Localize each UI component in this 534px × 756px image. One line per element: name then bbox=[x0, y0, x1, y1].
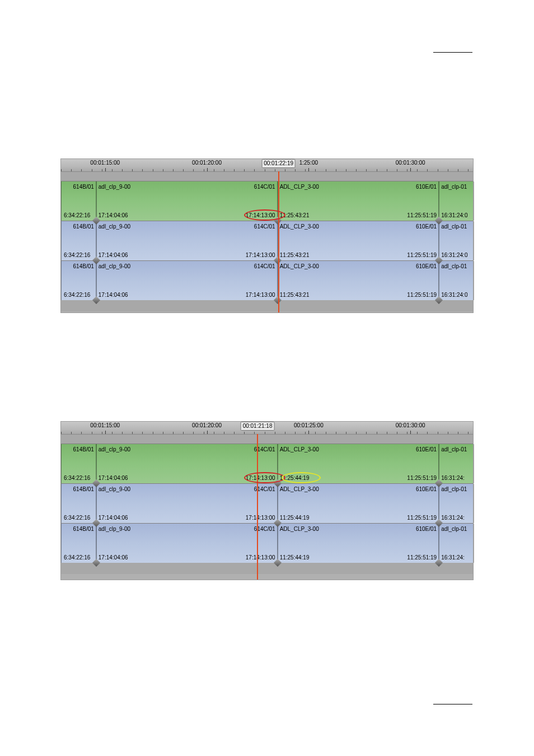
clip-in-timecode: 11:25:44:19 bbox=[280, 475, 310, 481]
playhead-line[interactable] bbox=[257, 434, 258, 580]
timeline-clip[interactable]: 614B/016:34:22:16 bbox=[61, 261, 97, 300]
clip-in-timecode: 17:14:04:06 bbox=[99, 212, 128, 218]
clip-source-id: 610E/01 bbox=[416, 223, 437, 230]
timeline-clip[interactable]: adl_clp_9-00614C/0117:14:04:0617:14:13:0… bbox=[96, 524, 278, 563]
timeline-track[interactable]: 614B/016:34:22:16adl_clp_9-00614C/0117:1… bbox=[61, 444, 473, 483]
ruler-ticks bbox=[61, 431, 473, 434]
timeline-clip[interactable]: ADL_CLP_3-00610E/0111:25:43:2111:25:51:1… bbox=[277, 181, 440, 221]
timeline-clip[interactable]: adl_clp-0116:31:24:0 bbox=[438, 181, 474, 221]
clip-source-id: 614B/01 bbox=[73, 223, 94, 230]
ruler-tick-label: 00:01:25:00 bbox=[294, 422, 324, 428]
timeline-panel[interactable]: 00:01:15:0000:01:20:001:25:0000:01:30:00… bbox=[60, 158, 474, 313]
clip-name: adl_clp_9-00 bbox=[99, 223, 130, 230]
clip-in-timecode: 11:25:43:21 bbox=[280, 252, 310, 258]
timeline-clip[interactable]: adl_clp-0116:31:24: bbox=[438, 484, 474, 523]
timeline-clip[interactable]: 614B/016:34:22:16 bbox=[61, 524, 97, 563]
clip-in-timecode: 16:31:24:0 bbox=[441, 292, 467, 298]
ruler-tick-label: 1:25:00 bbox=[299, 160, 318, 166]
clip-name: adl_clp_9-00 bbox=[99, 526, 130, 532]
clip-in-timecode: 6:34:22:16 bbox=[64, 292, 90, 298]
clip-in-timecode: 11:25:44:19 bbox=[280, 554, 310, 561]
timeline-track[interactable]: 614B/016:34:22:16adl_clp_9-00614C/0117:1… bbox=[61, 221, 473, 260]
clip-name: adl_clp-01 bbox=[441, 223, 467, 230]
timeline-clip[interactable]: 614B/016:34:22:16 bbox=[61, 221, 97, 260]
clip-out-timecode: 11:25:51:19 bbox=[407, 554, 437, 561]
clip-out-timecode: 11:25:51:19 bbox=[407, 292, 437, 298]
clip-out-timecode: 11:25:51:19 bbox=[407, 212, 437, 218]
ruler-gap bbox=[61, 435, 473, 444]
clip-out-timecode: 17:14:13:00 bbox=[246, 292, 275, 298]
clip-in-timecode: 6:34:22:16 bbox=[64, 212, 90, 218]
clip-name: adl_clp-01 bbox=[441, 446, 467, 452]
timeline-clip[interactable]: ADL_CLP_3-00610E/0111:25:44:1911:25:51:1… bbox=[277, 524, 440, 563]
clip-out-timecode: 17:14:13:00 bbox=[246, 515, 275, 521]
timeline-clip[interactable]: ADL_CLP_3-00610E/0111:25:44:1911:25:51:1… bbox=[277, 444, 440, 483]
ruler-tick-label: 00:01:30:00 bbox=[396, 160, 425, 166]
ruler-tick-label: 00:01:15:00 bbox=[90, 422, 120, 428]
clip-source-id: 610E/01 bbox=[416, 486, 437, 492]
clip-out-timecode: 17:14:13:00 bbox=[246, 475, 275, 481]
clip-name: adl_clp-01 bbox=[441, 486, 467, 492]
clip-out-timecode: 17:14:13:00 bbox=[246, 554, 275, 561]
page-footer-rule bbox=[433, 704, 472, 704]
clip-in-timecode: 16:31:24: bbox=[441, 475, 465, 481]
clip-source-id: 614B/01 bbox=[73, 486, 94, 492]
clip-in-timecode: 6:34:22:16 bbox=[64, 515, 90, 521]
clip-in-timecode: 17:14:04:06 bbox=[99, 292, 128, 298]
timeline-clip[interactable]: adl_clp-0116:31:24: bbox=[438, 524, 474, 563]
playhead-timecode[interactable]: 00:01:22:19 bbox=[261, 159, 296, 168]
clip-in-timecode: 11:25:43:21 bbox=[280, 212, 310, 218]
clip-source-id: 614B/01 bbox=[73, 263, 94, 269]
timeline-clip[interactable]: adl_clp_9-00614C/0117:14:04:0617:14:13:0… bbox=[96, 181, 278, 221]
timeline-clip[interactable]: adl_clp_9-00614C/0117:14:04:0617:14:13:0… bbox=[96, 444, 278, 483]
timeline-clip[interactable]: ADL_CLP_3-00610E/0111:25:43:2111:25:51:1… bbox=[277, 221, 440, 260]
timeline-clip[interactable]: ADL_CLP_3-00610E/0111:25:44:1911:25:51:1… bbox=[277, 484, 440, 523]
timeline-clip[interactable]: adl_clp_9-00614C/0117:14:04:0617:14:13:0… bbox=[96, 261, 278, 300]
clip-source-id: 610E/01 bbox=[416, 263, 437, 269]
clip-name: adl_clp-01 bbox=[441, 184, 467, 190]
clip-source-id: 610E/01 bbox=[416, 526, 437, 532]
clip-out-timecode: 11:25:51:19 bbox=[407, 252, 437, 258]
clip-in-timecode: 6:34:22:16 bbox=[64, 554, 90, 561]
ruler-tick-label: 00:01:20:00 bbox=[192, 160, 222, 166]
timeline-clip[interactable]: 614B/016:34:22:16 bbox=[61, 181, 97, 221]
clip-name: ADL_CLP_3-00 bbox=[280, 223, 319, 230]
time-ruler[interactable]: 00:01:15:0000:01:20:0000:01:25:0000:01:3… bbox=[61, 422, 473, 435]
ruler-gap bbox=[61, 172, 473, 181]
timeline-clip[interactable]: adl_clp_9-00614C/0117:14:04:0617:14:13:0… bbox=[96, 221, 278, 260]
clip-name: adl_clp-01 bbox=[441, 263, 467, 269]
timeline-clip[interactable]: adl_clp_9-00614C/0117:14:04:0617:14:13:0… bbox=[96, 484, 278, 523]
clip-source-id: 614B/01 bbox=[73, 446, 94, 452]
panel-footer bbox=[61, 300, 473, 311]
clip-in-timecode: 11:25:43:21 bbox=[280, 292, 310, 298]
timeline-track[interactable]: 614B/016:34:22:16adl_clp_9-00614C/0117:1… bbox=[61, 260, 473, 300]
clip-name: adl_clp_9-00 bbox=[99, 446, 130, 452]
timeline-clip[interactable]: 614B/016:34:22:16 bbox=[61, 484, 97, 523]
clip-name: ADL_CLP_3-00 bbox=[280, 486, 319, 492]
timeline-clip[interactable]: adl_clp-0116:31:24:0 bbox=[438, 261, 474, 300]
playhead-line[interactable] bbox=[278, 171, 279, 312]
clip-in-timecode: 16:31:24: bbox=[441, 515, 465, 521]
clip-name: ADL_CLP_3-00 bbox=[280, 263, 319, 269]
playhead-timecode[interactable]: 00:01:21:18 bbox=[241, 422, 275, 431]
clip-out-timecode: 17:14:13:00 bbox=[246, 212, 275, 218]
clip-in-timecode: 6:34:22:16 bbox=[64, 475, 90, 481]
clip-out-timecode: 11:25:51:19 bbox=[407, 515, 437, 521]
time-ruler[interactable]: 00:01:15:0000:01:20:001:25:0000:01:30:00… bbox=[61, 159, 473, 172]
page-header-rule bbox=[433, 52, 472, 53]
timeline-track[interactable]: 614B/016:34:22:16adl_clp_9-00614C/0117:1… bbox=[61, 483, 473, 523]
timeline-track[interactable]: 614B/016:34:22:16adl_clp_9-00614C/0117:1… bbox=[61, 523, 473, 563]
timeline-clip[interactable]: adl_clp-0116:31:24: bbox=[438, 444, 474, 483]
clip-source-id: 614B/01 bbox=[73, 526, 94, 532]
clip-in-timecode: 17:14:04:06 bbox=[99, 475, 128, 481]
timeline-clip[interactable]: ADL_CLP_3-00610E/0111:25:43:2111:25:51:1… bbox=[277, 261, 440, 300]
timeline-clip[interactable]: adl_clp-0116:31:24:0 bbox=[438, 221, 474, 260]
clip-in-timecode: 16:31:24:0 bbox=[441, 212, 467, 218]
timeline-track[interactable]: 614B/016:34:22:16adl_clp_9-00614C/0117:1… bbox=[61, 181, 473, 221]
clip-name: adl_clp-01 bbox=[441, 526, 467, 532]
timeline-clip[interactable]: 614B/016:34:22:16 bbox=[61, 444, 97, 483]
clip-out-timecode: 17:14:13:00 bbox=[246, 252, 275, 258]
clip-in-timecode: 17:14:04:06 bbox=[99, 252, 128, 258]
timeline-panel[interactable]: 00:01:15:0000:01:20:0000:01:25:0000:01:3… bbox=[60, 421, 474, 580]
clip-in-timecode: 17:14:04:06 bbox=[99, 515, 128, 521]
